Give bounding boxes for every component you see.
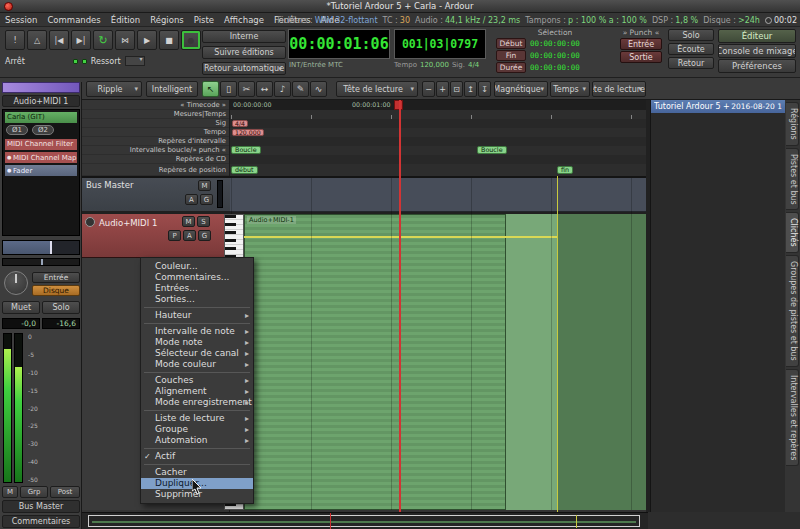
audition-tool-button[interactable]: ♪ — [274, 81, 291, 97]
goto-start-button[interactable]: |◀ — [49, 30, 69, 50]
tab-tracks-buses[interactable]: Pistes et bus — [786, 148, 799, 211]
meter-ruler[interactable]: 4/4 — [230, 119, 646, 128]
midi-mute-button[interactable]: M — [182, 216, 195, 227]
ruler-label-timecode[interactable]: « Timecode » — [82, 100, 229, 110]
edit-mode-dropdown[interactable]: Ripple — [86, 81, 142, 97]
phase-invert-1-button[interactable]: Ø1 — [6, 125, 28, 135]
feedback-button[interactable]: Retour — [668, 57, 714, 69]
primary-clock[interactable]: 00:00:01:06 — [288, 29, 390, 59]
ruler-label-loop-punch[interactable]: Intervalles boucle/» punch « — [82, 146, 229, 155]
menu-item-intervalle-de-note[interactable]: Intervalle de note — [141, 326, 253, 337]
start-location-marker[interactable]: début — [231, 166, 258, 174]
mute-button[interactable]: Muet — [2, 301, 40, 314]
loop-punch-ruler[interactable]: Boucle Boucle — [230, 146, 646, 155]
menu-item-couches[interactable]: Couches — [141, 375, 253, 386]
phase-invert-2-button[interactable]: Ø2 — [32, 125, 54, 135]
mixer-window-button[interactable]: Console de mixage — [718, 44, 796, 58]
auto-return-dropdown[interactable]: Retour automatique — [202, 62, 286, 75]
audition-button[interactable]: Écoute — [668, 43, 714, 55]
selection-length-value[interactable]: 00:00:00:00 — [530, 63, 580, 72]
midi-track-header-top[interactable]: Audio+MIDI 1 M S P A G — [82, 214, 230, 258]
timecode-ruler[interactable]: 00:00:00:00 00:00:01:00 — [230, 100, 646, 110]
processor-carla-plugin[interactable]: Carla (GIT) — [5, 112, 77, 123]
menu-item-actif[interactable]: Actif — [141, 451, 253, 462]
peak-display-right[interactable]: -16,6 — [42, 318, 80, 329]
follow-edits-button[interactable]: Suivre éditions — [202, 46, 286, 59]
loop-start-marker[interactable]: Boucle — [231, 146, 261, 154]
snapshot-row[interactable]: Tutoriel Ardour 5 + Carla . 2016-08-20 1 — [651, 100, 785, 113]
bars-beats-ruler[interactable] — [230, 110, 646, 119]
menu-item-mode-note[interactable]: Mode note — [141, 337, 253, 348]
midi-note-line[interactable] — [244, 236, 558, 238]
pan-slider[interactable] — [2, 258, 80, 266]
zoom-out-button[interactable]: − — [422, 81, 435, 97]
tab-ranges-marks[interactable]: Intervalles et repères — [786, 369, 799, 466]
pan-slider-handle[interactable] — [41, 259, 43, 265]
menu-item-alignement[interactable]: Alignement — [141, 386, 253, 397]
processor-midi-channel-map[interactable]: MIDI Channel Map — [5, 152, 77, 163]
midi-track-name[interactable]: Audio+MIDI 1 — [99, 218, 157, 228]
menu-item-groupe[interactable]: Groupe — [141, 424, 253, 435]
range-marker-ruler[interactable] — [230, 137, 646, 146]
ruler-label-range-markers[interactable]: Repères d'intervalle — [82, 137, 229, 146]
editor-window-button[interactable]: Éditeur — [718, 29, 796, 43]
punch-out-button[interactable]: Sortie — [620, 51, 662, 63]
location-marker-ruler[interactable]: début fin — [230, 164, 646, 176]
menu-item-cacher[interactable]: Cacher — [141, 467, 253, 478]
ruler-label-tempo[interactable]: Tempo — [82, 128, 229, 137]
menu-item-hauteur[interactable]: Hauteur — [141, 310, 253, 321]
midi-region[interactable]: Audio+MIDI-1 — [244, 214, 506, 510]
menu-affichage[interactable]: Affichage — [219, 13, 269, 27]
play-button[interactable]: ▶ — [137, 30, 157, 50]
preferences-window-button[interactable]: Préférences — [718, 59, 796, 73]
primary-clock-mode[interactable]: INT/Entrée MTC — [289, 61, 343, 69]
draw-tool-button[interactable]: ✎ — [292, 81, 309, 97]
menu-item-sorties[interactable]: Sorties... — [141, 294, 253, 305]
menu-commandes[interactable]: Commandes — [42, 13, 105, 27]
snap-mode-dropdown[interactable]: Magnétique — [494, 81, 548, 97]
grid-unit-dropdown[interactable]: Temps — [550, 81, 590, 97]
punch-in-button[interactable]: Entrée — [620, 38, 662, 50]
ruler-label-meter[interactable]: Sig — [82, 119, 229, 128]
stretch-tool-button[interactable]: ↔ — [256, 81, 273, 97]
menu-item-selecteur-de-canal[interactable]: Sélecteur de canal — [141, 348, 253, 359]
content-tool-button[interactable]: ∿ — [310, 81, 327, 97]
cd-marker-ruler[interactable] — [230, 155, 646, 164]
grab-tool-button[interactable]: ↖ — [202, 81, 219, 97]
loop-button[interactable]: ↻ — [93, 30, 113, 50]
smart-mode-toggle[interactable]: Intelligent — [146, 81, 198, 97]
sync-source-button[interactable]: Interne — [202, 30, 286, 43]
tempo-value[interactable]: 120,000 — [420, 61, 449, 69]
midi-playlist-button[interactable]: P — [168, 230, 181, 241]
ruler-label-location-markers[interactable]: Repères de position — [82, 164, 229, 176]
edit-point-dropdown[interactable]: Tête de lecture — [592, 81, 646, 97]
metronome-button[interactable]: △ — [27, 30, 47, 50]
range-tool-button[interactable]: ▯ — [220, 81, 237, 97]
sig-value[interactable]: 4/4 — [468, 61, 479, 69]
record-button[interactable]: ● — [181, 30, 201, 50]
tab-track-groups[interactable]: Groupes de pistes et bus — [786, 255, 799, 367]
track-lane-dark-band[interactable] — [558, 214, 646, 510]
menu-item-entrees[interactable]: Entrées... — [141, 283, 253, 294]
session-summary[interactable] — [82, 512, 648, 529]
solo-global-button[interactable]: Solo — [668, 29, 714, 41]
solo-button[interactable]: Solo — [42, 301, 80, 314]
output-button[interactable]: Bus Master — [2, 500, 80, 513]
menu-piste[interactable]: Piste — [189, 13, 219, 27]
trim-knob[interactable] — [4, 271, 28, 295]
snapshot-name[interactable]: Tutoriel Ardour 5 + Carla . — [654, 102, 731, 111]
menu-item-mode-enregistrement[interactable]: Mode enregistrement — [141, 397, 253, 408]
processor-fader[interactable]: Fader — [5, 165, 77, 176]
zoom-fit-button[interactable]: ⊡ — [450, 81, 463, 97]
tab-snapshots[interactable]: Clichés — [786, 212, 799, 253]
expand-tracks-button[interactable]: ↥ — [464, 81, 477, 97]
menu-item-mode-couleur[interactable]: Mode couleur — [141, 359, 253, 370]
goto-end-button[interactable]: ▶| — [71, 30, 91, 50]
record-arm-button[interactable] — [85, 217, 95, 227]
secondary-clock[interactable]: 001|03|0797 — [394, 29, 486, 59]
metering-button[interactable]: M — [2, 486, 18, 498]
selection-start-button[interactable]: Début — [496, 38, 526, 49]
bus-group-button[interactable]: G — [200, 194, 213, 205]
group-button[interactable]: Grp — [20, 486, 48, 498]
menu-item-liste-de-lecture[interactable]: Liste de lecture — [141, 413, 253, 424]
